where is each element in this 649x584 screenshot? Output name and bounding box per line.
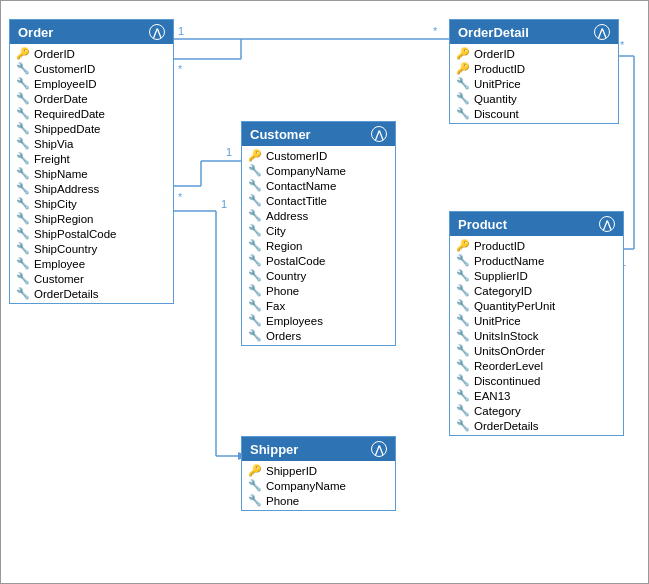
svg-text:*: * [178,191,183,203]
field-icon: 🔧 [248,269,262,282]
field-icon: 🔧 [16,167,30,180]
field-label: Orders [266,330,301,342]
table-row: 🔧 EAN13 [450,388,623,403]
field-icon: 🔧 [16,182,30,195]
product-collapse-icon[interactable]: ⋀ [599,216,615,232]
pk-icon: 🔑 [16,47,30,60]
table-row: 🔧 ShipRegion [10,211,173,226]
table-row: 🔧 PostalCode [242,253,395,268]
field-icon: 🔧 [248,299,262,312]
field-label: OrderID [34,48,75,60]
table-row: 🔧 Country [242,268,395,283]
pk-icon: 🔑 [248,464,262,477]
field-icon: 🔧 [456,284,470,297]
field-label: ShipCountry [34,243,97,255]
svg-text:1: 1 [226,146,232,158]
field-label: ShipperID [266,465,317,477]
table-row: 🔧 ShipCountry [10,241,173,256]
field-label: CategoryID [474,285,532,297]
field-icon: 🔧 [248,329,262,342]
table-row: 🔧 CompanyName [242,163,395,178]
field-label: QuantityPerUnit [474,300,555,312]
product-title: Product [458,217,507,232]
table-row: 🔧 QuantityPerUnit [450,298,623,313]
shipper-title: Shipper [250,442,298,457]
field-label: CustomerID [266,150,327,162]
table-row: 🔧 Employee [10,256,173,271]
field-icon: 🔧 [248,224,262,237]
table-row: 🔧 Address [242,208,395,223]
table-row: 🔧 Employees [242,313,395,328]
field-label: ShipRegion [34,213,93,225]
field-label: Discount [474,108,519,120]
orderdetail-title: OrderDetail [458,25,529,40]
field-label: Quantity [474,93,517,105]
field-label: ShipVia [34,138,73,150]
customer-header: Customer ⋀ [242,122,395,146]
table-row: 🔧 Fax [242,298,395,313]
customer-collapse-icon[interactable]: ⋀ [371,126,387,142]
table-row: 🔑 OrderID [10,46,173,61]
field-icon: 🔧 [456,269,470,282]
table-row: 🔧 ReorderLevel [450,358,623,373]
pk-icon: 🔑 [456,47,470,60]
shipper-entity: Shipper ⋀ 🔑 ShipperID 🔧 CompanyName 🔧 Ph… [241,436,396,511]
field-icon: 🔧 [456,314,470,327]
table-row: 🔑 ShipperID [242,463,395,478]
orderdetail-body: 🔑 OrderID 🔑 ProductID 🔧 UnitPrice 🔧 Quan… [450,44,618,123]
field-label: ContactTitle [266,195,327,207]
table-row: 🔧 ContactName [242,178,395,193]
orderdetail-collapse-icon[interactable]: ⋀ [594,24,610,40]
field-label: Region [266,240,302,252]
table-row: 🔧 Customer [10,271,173,286]
field-icon: 🔧 [16,92,30,105]
svg-text:*: * [178,63,183,75]
field-icon: 🔧 [456,107,470,120]
field-label: ShipCity [34,198,77,210]
field-icon: 🔧 [16,152,30,165]
table-row: 🔧 UnitsInStock [450,328,623,343]
table-row: 🔧 ShipVia [10,136,173,151]
field-icon: 🔧 [16,107,30,120]
field-label: Customer [34,273,84,285]
order-collapse-icon[interactable]: ⋀ [149,24,165,40]
table-row: 🔧 CustomerID [10,61,173,76]
table-row: 🔑 CustomerID [242,148,395,163]
table-row: 🔧 RequiredDate [10,106,173,121]
order-entity: Order ⋀ 🔑 OrderID 🔧 CustomerID 🔧 Employe… [9,19,174,304]
field-label: ProductID [474,240,525,252]
shipper-header: Shipper ⋀ [242,437,395,461]
svg-text:1: 1 [178,25,184,37]
field-icon: 🔧 [248,494,262,507]
field-label: EAN13 [474,390,510,402]
table-row: 🔧 ShipAddress [10,181,173,196]
shipper-collapse-icon[interactable]: ⋀ [371,441,387,457]
field-icon: 🔧 [248,194,262,207]
field-label: UnitsInStock [474,330,539,342]
field-icon: 🔧 [456,389,470,402]
svg-text:*: * [433,25,438,37]
field-label: EmployeeID [34,78,97,90]
table-row: 🔧 OrderDetails [450,418,623,433]
field-label: ShipPostalCode [34,228,116,240]
svg-text:1: 1 [221,198,227,210]
pk-icon: 🔑 [456,239,470,252]
table-row: 🔧 ContactTitle [242,193,395,208]
table-row: 🔧 OrderDate [10,91,173,106]
pk-icon: 🔑 [248,149,262,162]
field-icon: 🔧 [456,299,470,312]
table-row: 🔧 Discontinued [450,373,623,388]
table-row: 🔧 CompanyName [242,478,395,493]
field-icon: 🔧 [248,179,262,192]
order-title: Order [18,25,53,40]
table-row: 🔧 ProductName [450,253,623,268]
orderdetail-entity: OrderDetail ⋀ 🔑 OrderID 🔑 ProductID 🔧 Un… [449,19,619,124]
table-row: 🔧 EmployeeID [10,76,173,91]
field-label: OrderDate [34,93,88,105]
field-icon: 🔧 [16,227,30,240]
order-header: Order ⋀ [10,20,173,44]
customer-body: 🔑 CustomerID 🔧 CompanyName 🔧 ContactName… [242,146,395,345]
field-label: UnitPrice [474,315,521,327]
field-label: Discontinued [474,375,540,387]
field-icon: 🔧 [456,404,470,417]
